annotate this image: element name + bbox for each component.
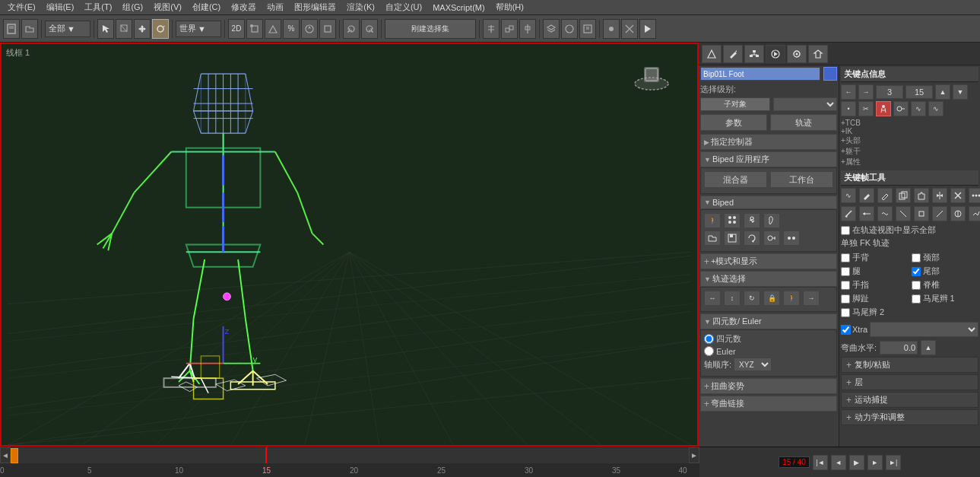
ponytail2-checkbox[interactable] <box>841 308 850 317</box>
toe-checkbox[interactable] <box>841 294 850 304</box>
kft2-5-btn[interactable] <box>914 206 929 221</box>
snap-2d-btn[interactable]: 2D <box>228 19 245 39</box>
bend-header[interactable]: + 弯曲链接 <box>700 396 837 412</box>
kf-down-btn[interactable]: ▼ <box>953 84 968 100</box>
kf-wave-btn[interactable]: ∿ <box>911 101 926 116</box>
timeline-left-arrow[interactable]: ◄ <box>0 447 11 463</box>
kft-edit2-btn[interactable] <box>877 188 893 203</box>
play-btn[interactable]: ▶ <box>849 455 864 470</box>
menu-graph-editor[interactable]: 图形编辑器 <box>290 2 341 13</box>
motion-tab[interactable] <box>766 45 785 63</box>
biped-run-btn[interactable] <box>744 213 760 228</box>
traj-select-header[interactable]: ▼ 轨迹选择 <box>700 271 837 287</box>
undo-btn[interactable] <box>343 19 360 39</box>
quaternion-radio[interactable] <box>704 334 714 344</box>
sub-object-btn[interactable]: 子对象 <box>700 97 770 111</box>
kft2-3-btn[interactable] <box>877 206 893 221</box>
menu-custom[interactable]: 自定义(U) <box>381 2 427 13</box>
modify-tab[interactable] <box>723 45 743 63</box>
euler-radio[interactable] <box>704 346 714 356</box>
menu-render[interactable]: 渲染(K) <box>342 2 379 13</box>
named-selection-set[interactable]: 刚建选择集 <box>385 19 476 39</box>
menu-create[interactable]: 创建(C) <box>188 2 225 13</box>
biped-walk-btn[interactable]: 🚶 <box>704 213 721 228</box>
assign-controller-header[interactable]: ▶ 指定控制器 <box>700 134 837 150</box>
traj-lock-btn[interactable]: 🔒 <box>763 291 780 306</box>
modes-header[interactable]: + +模式和显示 <box>700 253 837 269</box>
dynamics-section[interactable]: + 动力学和调整 <box>841 409 978 425</box>
render-btn[interactable] <box>639 19 656 39</box>
new-scene-btn[interactable] <box>3 19 20 39</box>
xtra-select[interactable] <box>870 322 978 337</box>
tail-checkbox[interactable] <box>912 267 921 276</box>
select-object-btn[interactable] <box>97 19 114 39</box>
traj-run-btn[interactable]: → <box>803 291 820 306</box>
biped-misc-btn[interactable] <box>783 231 800 246</box>
coord-system-dropdown[interactable]: 世界 ▼ <box>176 21 221 37</box>
kf-dot-btn[interactable]: • <box>841 101 856 116</box>
timeline-bar[interactable] <box>11 447 689 463</box>
prev-frame-btn[interactable]: ◄ <box>831 455 846 470</box>
timeline-right-arrow[interactable]: ► <box>689 447 699 463</box>
motion-capture-section[interactable]: + 运动捕捉 <box>841 392 978 408</box>
kf-num2-input[interactable]: 15 <box>905 85 933 99</box>
kf-up-btn[interactable]: ▲ <box>935 84 950 100</box>
next-frame-btn[interactable]: ► <box>867 455 883 470</box>
kft-wave-btn[interactable]: ∿ <box>841 188 856 203</box>
kft-delete-btn[interactable] <box>950 188 966 203</box>
traj-horiz-btn[interactable]: ↔ <box>704 291 721 306</box>
menu-file[interactable]: 文件(E) <box>3 2 40 13</box>
biped-footstep-btn[interactable] <box>763 213 780 228</box>
menu-group[interactable]: 组(G) <box>118 2 147 13</box>
twist-header[interactable]: + 扭曲姿势 <box>700 378 837 394</box>
render-setup-btn[interactable] <box>603 19 620 39</box>
menu-maxscript[interactable]: MAXScript(M) <box>428 3 489 12</box>
kft2-6-btn[interactable] <box>932 206 947 221</box>
align-btn[interactable] <box>519 19 536 39</box>
menu-tools[interactable]: 工具(T) <box>80 2 116 13</box>
kft-more-btn[interactable] <box>969 188 980 203</box>
kft2-8-btn[interactable] <box>969 206 980 221</box>
display-tab[interactable] <box>787 45 807 63</box>
mix-btn[interactable]: 混合器 <box>704 171 767 188</box>
trajectory-btn[interactable]: 轨迹 <box>770 114 837 131</box>
ponytail1-checkbox[interactable] <box>912 294 921 304</box>
play-to-end-btn[interactable]: ►| <box>886 455 901 470</box>
biped-header[interactable]: ▼ Biped <box>700 196 837 209</box>
biped-key-btn[interactable] <box>763 231 780 246</box>
selection-filter-dropdown[interactable]: 全部 ▼ <box>45 21 90 37</box>
kf-next-btn[interactable]: → <box>858 84 874 100</box>
xtra-checkbox[interactable] <box>841 325 851 335</box>
timeline-key-0[interactable] <box>11 448 18 463</box>
material-editor-btn[interactable] <box>621 19 638 39</box>
snap-edit-btn[interactable] <box>319 19 336 39</box>
bend-up-btn[interactable]: ▲ <box>921 340 936 355</box>
traj-rotate-btn[interactable]: ↻ <box>744 291 760 306</box>
rotate-btn[interactable] <box>152 19 169 39</box>
kft-paste-btn[interactable] <box>914 188 929 203</box>
play-from-start-btn[interactable]: |◄ <box>813 455 828 470</box>
menu-modifier[interactable]: 修改器 <box>227 2 261 13</box>
kft-copy-btn[interactable] <box>896 188 911 203</box>
biped-app-header[interactable]: ▼ Biped 应用程序 <box>700 151 837 167</box>
kft2-4-btn[interactable] <box>896 206 911 221</box>
hierarchy-tab[interactable] <box>744 45 764 63</box>
menu-view[interactable]: 视图(V) <box>149 2 186 13</box>
kf-wave2-btn[interactable]: ∿ <box>928 101 944 116</box>
scene-states-btn[interactable] <box>561 19 578 39</box>
neck-checkbox[interactable] <box>912 253 921 262</box>
kf-scissors-btn[interactable]: ✂ <box>858 101 874 116</box>
menu-edit[interactable]: 编辑(E) <box>42 2 79 13</box>
utilities-tab[interactable] <box>808 45 828 63</box>
kft2-7-btn[interactable] <box>950 206 966 221</box>
traj-walk-btn[interactable]: 🚶 <box>783 291 800 306</box>
axis-order-select[interactable]: XYZ <box>734 358 772 371</box>
move-btn[interactable] <box>134 19 151 39</box>
kf-body-btn[interactable] <box>876 101 891 116</box>
timeline-track[interactable]: ◄ ► <box>0 447 699 463</box>
kft2-1-btn[interactable] <box>841 206 856 221</box>
viewport[interactable]: 线框 1 <box>0 43 699 447</box>
finger-checkbox[interactable] <box>841 281 850 290</box>
sub-object-select[interactable] <box>773 97 837 111</box>
kf-key1-btn[interactable] <box>893 101 909 116</box>
